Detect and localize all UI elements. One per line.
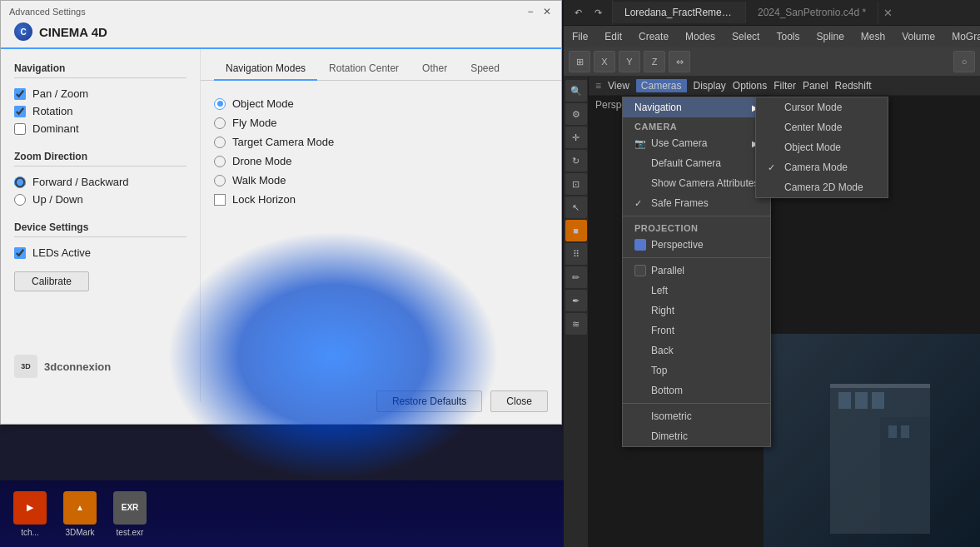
- display-menu[interactable]: Display: [694, 80, 726, 92]
- nav-mode-walk-radio[interactable]: [214, 175, 226, 186]
- projection-back-item[interactable]: Back: [623, 341, 770, 361]
- projection-parallel-item[interactable]: Parallel: [623, 261, 770, 281]
- taskbar-item-3dmark[interactable]: ▲ 3DMark: [63, 491, 97, 537]
- menu-mogra[interactable]: MoGra: [943, 28, 980, 45]
- toolbar-search-button[interactable]: ○: [953, 51, 975, 72]
- safe-frames-item[interactable]: ✓ Safe Frames: [623, 193, 770, 213]
- device-settings-section: Device Settings LEDs Active Calibrate: [14, 221, 187, 291]
- projection-dimetric-item[interactable]: Dimetric: [623, 426, 770, 446]
- menu-spline[interactable]: Spline: [808, 28, 852, 45]
- titlebar-controls: − ✕: [525, 6, 553, 17]
- dominant-checkbox[interactable]: [14, 123, 26, 135]
- menu-select[interactable]: Select: [724, 28, 768, 45]
- lock-horizon-checkbox[interactable]: [214, 194, 226, 206]
- panel-menu[interactable]: Panel: [803, 80, 828, 92]
- c4d-tab-file2[interactable]: 2024_SanPetronio.c4d *: [746, 2, 878, 23]
- c4d-toolbar: ⊞ X Y Z ⇔ ○: [564, 47, 980, 77]
- up-down-radio[interactable]: [14, 194, 26, 206]
- menu-mesh[interactable]: Mesh: [853, 28, 893, 45]
- menu-modes[interactable]: Modes: [677, 28, 724, 45]
- options-menu[interactable]: Options: [733, 80, 767, 92]
- projection-section-header: PROJECTION: [623, 219, 770, 235]
- taskbar-item-tch[interactable]: ▶ tch...: [13, 491, 47, 537]
- cameras-menu-item-navigation[interactable]: Navigation ▶: [623, 97, 770, 117]
- projection-right-item[interactable]: Right: [623, 301, 770, 321]
- close-button[interactable]: ✕: [541, 6, 553, 17]
- c4d-tab-file1[interactable]: Loredana_FractRemesh.c4d: [613, 2, 746, 23]
- filter-menu[interactable]: Filter: [774, 80, 796, 92]
- hamburger-icon[interactable]: ≡: [595, 80, 601, 92]
- nav-mode-object-label: Object Mode: [232, 97, 294, 110]
- left-tool-special[interactable]: ≋: [565, 313, 587, 335]
- left-tool-move[interactable]: ✛: [565, 127, 587, 148]
- nav-mode-target-radio[interactable]: [214, 137, 226, 148]
- tab-rotation-center[interactable]: Rotation Center: [317, 57, 410, 81]
- forward-backward-radio[interactable]: [14, 177, 26, 188]
- nav-mode-fly-radio[interactable]: [214, 117, 226, 129]
- toolbar-x-button[interactable]: X: [594, 51, 615, 72]
- view-menu[interactable]: View: [608, 80, 629, 92]
- camera-mode-checkmark: ✓: [768, 162, 779, 173]
- toolbar-grid-button[interactable]: ⊞: [569, 51, 590, 72]
- toolbar-z-button[interactable]: Z: [644, 51, 665, 72]
- use-camera-item[interactable]: 📷 Use Camera ▶: [623, 133, 770, 153]
- projection-perspective-item[interactable]: Perspective: [623, 235, 770, 255]
- rotation-label: Rotation: [32, 105, 72, 117]
- projection-bottom-item[interactable]: Bottom: [623, 380, 770, 400]
- minimize-button[interactable]: −: [525, 6, 536, 17]
- rotation-checkbox[interactable]: [14, 106, 26, 117]
- menu-create[interactable]: Create: [630, 28, 677, 45]
- left-tool-search[interactable]: 🔍: [565, 80, 587, 102]
- nav-mode-object-radio[interactable]: [214, 98, 226, 110]
- menu-volume[interactable]: Volume: [893, 28, 943, 45]
- redo-button[interactable]: ↷: [589, 3, 607, 22]
- viewport-background: [764, 334, 980, 547]
- toolbar-y-button[interactable]: Y: [619, 51, 640, 72]
- nav-camera-2d-mode-item[interactable]: Camera 2D Mode: [756, 177, 888, 197]
- connexion-logo-area: 3D 3dconnexion: [14, 355, 111, 378]
- rotation-item: Rotation: [14, 102, 187, 120]
- tab-speed[interactable]: Speed: [459, 57, 511, 81]
- projection-top-item[interactable]: Top: [623, 361, 770, 380]
- default-camera-item[interactable]: Default Camera: [623, 153, 770, 173]
- zoom-direction-section: Zoom Direction Forward / Backward Up / D…: [14, 151, 187, 208]
- left-tool-dots[interactable]: ⠿: [565, 243, 587, 265]
- left-tool-gear[interactable]: ⚙: [565, 103, 587, 125]
- cameras-menu-button[interactable]: Cameras: [636, 79, 687, 92]
- leds-active-label: LEDs Active: [32, 246, 91, 259]
- taskbar-item-exr[interactable]: EXR test.exr: [113, 491, 147, 537]
- c4d-close-tab-button[interactable]: ✕: [878, 3, 898, 22]
- tab-navigation-modes[interactable]: Navigation Modes: [214, 57, 317, 81]
- left-tool-pen1[interactable]: ✏: [565, 266, 587, 288]
- pan-zoom-checkbox[interactable]: [14, 88, 26, 100]
- left-tool-paint1[interactable]: ■: [565, 220, 587, 241]
- left-tool-rotate[interactable]: ↻: [565, 150, 587, 172]
- show-camera-attrs-item[interactable]: Show Camera Attributes: [623, 173, 770, 193]
- cameras-separator-1: [623, 216, 770, 216]
- close-panel-button[interactable]: Close: [490, 390, 548, 412]
- tab-other[interactable]: Other: [410, 57, 459, 81]
- left-tool-frame[interactable]: ⊡: [565, 173, 587, 195]
- left-tool-pointer[interactable]: ↖: [565, 196, 587, 218]
- calibrate-button[interactable]: Calibrate: [14, 271, 89, 291]
- nav-center-mode-item[interactable]: Center Mode: [756, 117, 888, 137]
- projection-isometric-item[interactable]: Isometric: [623, 406, 770, 426]
- projection-left-item[interactable]: Left: [623, 281, 770, 301]
- menu-edit[interactable]: Edit: [596, 28, 630, 45]
- panel-title: CINEMA 4D: [39, 25, 107, 39]
- nav-mode-drone-radio[interactable]: [214, 156, 226, 167]
- nav-cursor-mode-item[interactable]: Cursor Mode: [756, 97, 888, 117]
- menu-tools[interactable]: Tools: [768, 28, 808, 45]
- projection-front-item[interactable]: Front: [623, 321, 770, 341]
- menu-file[interactable]: File: [564, 28, 596, 45]
- nav-object-mode-item[interactable]: Object Mode: [756, 137, 888, 157]
- blue-blob-decoration: [167, 231, 500, 480]
- redshift-menu[interactable]: Redshift: [835, 80, 872, 92]
- leds-active-checkbox[interactable]: [14, 247, 26, 259]
- cameras-separator-3: [623, 403, 770, 404]
- left-tool-pen2[interactable]: ✒: [565, 290, 587, 311]
- toolbar-move-button[interactable]: ⇔: [669, 51, 690, 72]
- nav-camera-mode-item[interactable]: ✓ Camera Mode: [756, 157, 888, 177]
- dominant-label: Dominant: [32, 122, 79, 135]
- undo-button[interactable]: ↶: [569, 3, 587, 22]
